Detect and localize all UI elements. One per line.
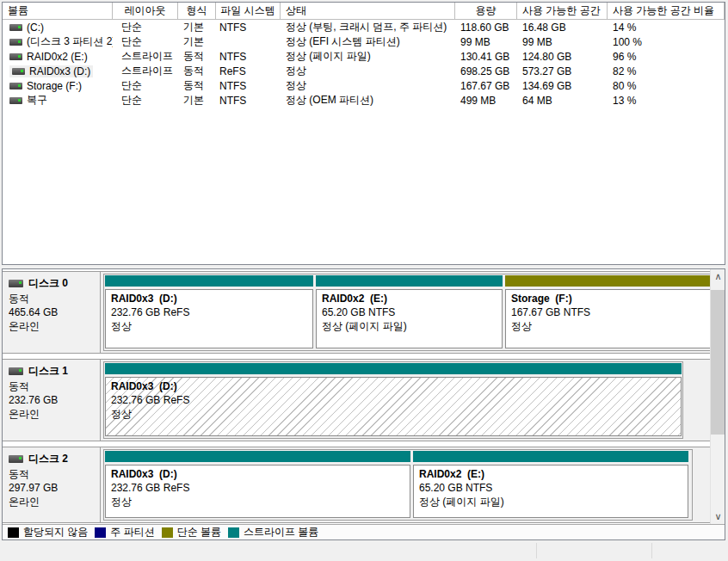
- volume-free: 99 MB: [517, 36, 608, 48]
- hdd-icon: [9, 39, 22, 46]
- volume-pct-free: 82 %: [608, 65, 725, 77]
- partition-title: RAID0x3 (D:): [111, 292, 307, 305]
- disk-label[interactable]: 디스크 1 동적 232.76 GB 온라인: [3, 360, 101, 441]
- volume-layout: 스트라이프: [113, 64, 178, 78]
- partition-block[interactable]: RAID0x2 (E:) 65.20 GB NTFS 정상 (페이지 파일): [316, 275, 503, 349]
- volume-status: 정상: [281, 64, 455, 78]
- legend-item: 스트라이프 볼륨: [228, 525, 318, 539]
- disk-row-2: 디스크 2 동적 297.97 GB 온라인 RAID0x3 (D:) 232.…: [3, 447, 710, 523]
- partition-title: RAID0x2 (E:): [419, 467, 682, 481]
- volume-type-strip: [105, 275, 313, 287]
- volume-pct-free: 13 %: [608, 95, 725, 107]
- column-header-filesystem[interactable]: 파일 시스템: [216, 3, 281, 20]
- column-header-status[interactable]: 상태: [281, 3, 455, 20]
- disk-kind: 동적: [9, 292, 94, 305]
- partition-block[interactable]: Storage (F:) 167.67 GB NTFS 정상: [505, 275, 711, 349]
- disk-area: 디스크 0 동적 465.64 GB 온라인 RAID0x3 (D:) 232.…: [3, 269, 710, 524]
- partition-block-selected[interactable]: RAID0x3 (D:) 232.76 GB ReFS 정상: [105, 363, 682, 437]
- legend-item: 주 파티션: [95, 525, 154, 539]
- scrollbar-thumb[interactable]: [711, 290, 725, 435]
- hdd-icon: [9, 97, 22, 104]
- partition-block[interactable]: RAID0x3 (D:) 232.76 GB ReFS 정상: [105, 451, 410, 519]
- volume-status: 정상 (EFI 시스템 파티션): [281, 34, 455, 49]
- partition-block[interactable]: RAID0x2 (E:) 65.20 GB NTFS 정상 (페이지 파일): [413, 451, 688, 519]
- volume-name: (디스크 3 파티션 2): [27, 34, 113, 49]
- hdd-icon: [9, 83, 22, 89]
- volume-pct-free: 100 %: [608, 36, 725, 48]
- volume-layout: 스트라이프: [113, 49, 178, 64]
- volume-type-legend: 할당되지 않음 주 파티션 단순 볼륨 스트라이프 볼륨: [3, 524, 725, 539]
- disk-icon: [9, 367, 23, 375]
- volume-free: 64 MB: [517, 95, 608, 107]
- disk-label[interactable]: 디스크 0 동적 465.64 GB 온라인: [3, 272, 101, 353]
- volume-fs: ReFS: [216, 65, 281, 77]
- partition-title: RAID0x3 (D:): [111, 379, 676, 393]
- status-separator: [651, 543, 652, 558]
- disk-row-0: 디스크 0 동적 465.64 GB 온라인 RAID0x3 (D:) 232.…: [3, 271, 710, 354]
- disk-label[interactable]: 디스크 2 동적 297.97 GB 온라인: [3, 447, 101, 522]
- volume-pct-free: 96 %: [608, 51, 725, 63]
- volume-type-strip: [505, 275, 711, 287]
- volume-capacity: 698.25 GB: [455, 65, 517, 77]
- disk-name: 디스크 0: [28, 276, 68, 290]
- scroll-up-icon[interactable]: ∧: [711, 269, 725, 284]
- vertical-scrollbar[interactable]: ∧ ∨: [710, 269, 725, 524]
- legend-item: 할당되지 않음: [8, 525, 88, 539]
- column-header-pct-free[interactable]: 사용 가능한 공간 비율: [608, 3, 725, 20]
- disk-icon: [9, 280, 23, 287]
- disk-row-1: 디스크 1 동적 232.76 GB 온라인 RAID0x3 (D:) 232.…: [3, 359, 710, 441]
- volume-fs: NTFS: [216, 80, 281, 92]
- volume-type-strip: [316, 275, 503, 287]
- volume-layout: 단순: [113, 78, 178, 93]
- partition-status: 정상 (페이지 파일): [322, 319, 497, 333]
- volume-row[interactable]: Storage (F:) 단순 동적 NTFS 정상 167.67 GB 134…: [3, 78, 725, 93]
- volume-row-selected[interactable]: RAID0x3 (D:) 스트라이프 동적 ReFS 정상 698.25 GB …: [3, 64, 725, 78]
- volume-layout: 단순: [113, 20, 178, 34]
- volume-row[interactable]: (C:) 단순 기본 NTFS 정상 (부팅, 크래시 덤프, 주 파티션) 1…: [3, 20, 725, 34]
- volume-name: RAID0x2 (E:): [27, 51, 88, 63]
- striped-volume-swatch-icon: [228, 527, 239, 538]
- column-header-volume[interactable]: 볼륨: [3, 3, 113, 20]
- volume-type-strip: [105, 451, 410, 462]
- scroll-down-icon[interactable]: ∨: [711, 509, 725, 524]
- volume-list-header: 볼륨 레이아웃 형식 파일 시스템 상태 용량 사용 가능한 공간 사용 가능한…: [3, 3, 725, 20]
- volume-capacity: 118.60 GB: [455, 22, 517, 34]
- volume-pct-free: 14 %: [608, 22, 725, 34]
- partition-status: 정상 (페이지 파일): [419, 495, 682, 509]
- disk-kind: 동적: [9, 379, 94, 393]
- volume-name: Storage (F:): [27, 80, 82, 92]
- partition-info: 232.76 GB ReFS: [111, 481, 404, 495]
- volume-row[interactable]: RAID0x2 (E:) 스트라이프 동적 NTFS 정상 (페이지 파일) 1…: [3, 49, 725, 64]
- volume-capacity: 130.41 GB: [455, 51, 517, 63]
- hdd-icon: [9, 53, 22, 60]
- volume-row[interactable]: 복구 단순 기본 NTFS 정상 (OEM 파티션) 499 MB 64 MB …: [3, 93, 725, 108]
- hdd-icon: [12, 68, 25, 75]
- volume-row[interactable]: (디스크 3 파티션 2) 단순 기본 정상 (EFI 시스템 파티션) 99 …: [3, 34, 725, 49]
- legend-item: 단순 볼륨: [162, 525, 221, 539]
- partition-block[interactable]: RAID0x3 (D:) 232.76 GB ReFS 정상: [105, 275, 313, 349]
- disk-name: 디스크 1: [28, 364, 68, 378]
- column-header-free-space[interactable]: 사용 가능한 공간: [517, 3, 608, 20]
- volume-layout: 단순: [113, 34, 178, 49]
- volume-type: 동적: [178, 64, 216, 78]
- volume-name: 복구: [27, 93, 47, 108]
- legend-label: 주 파티션: [110, 525, 154, 539]
- volume-type: 기본: [178, 20, 216, 34]
- graphical-view-pane: 디스크 0 동적 465.64 GB 온라인 RAID0x3 (D:) 232.…: [2, 268, 725, 540]
- unallocated-swatch-icon: [8, 527, 19, 538]
- column-header-type[interactable]: 형식: [178, 3, 216, 20]
- volume-free: 134.69 GB: [517, 80, 608, 92]
- volume-capacity: 499 MB: [455, 95, 517, 107]
- partition-info: 167.67 GB NTFS: [511, 305, 705, 319]
- volume-fs: NTFS: [216, 95, 281, 107]
- column-header-layout[interactable]: 레이아웃: [113, 3, 178, 20]
- volume-type: 동적: [178, 78, 216, 93]
- volume-fs: NTFS: [216, 22, 281, 34]
- legend-label: 스트라이프 볼륨: [244, 525, 318, 539]
- column-header-capacity[interactable]: 용량: [455, 3, 517, 20]
- volume-type-strip: [105, 363, 682, 374]
- status-separator: [536, 543, 537, 558]
- disk-band: RAID0x3 (D:) 232.76 GB ReFS 정상: [103, 361, 683, 439]
- volume-status: 정상: [281, 78, 455, 93]
- disk-name: 디스크 2: [28, 452, 68, 465]
